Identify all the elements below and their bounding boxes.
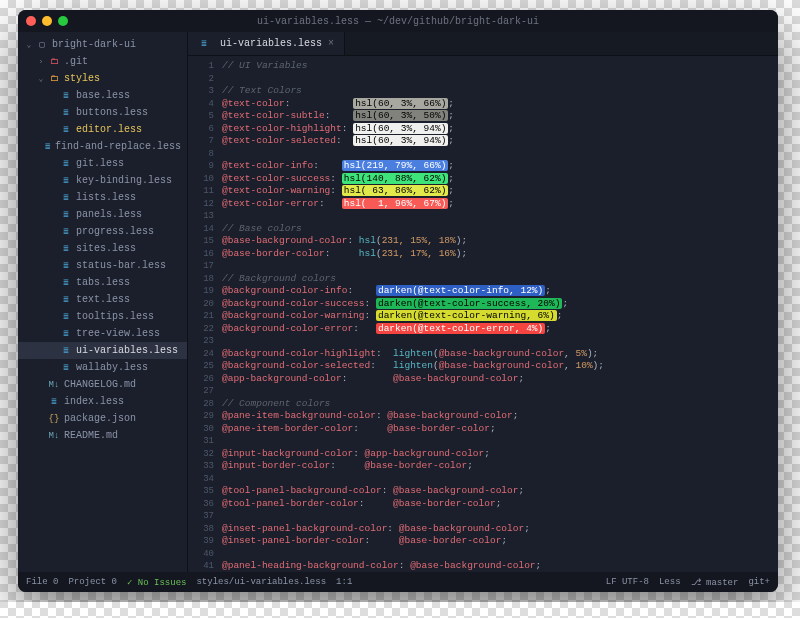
line-number[interactable]: 41 [188,560,214,572]
line-number[interactable]: 31 [188,435,214,448]
code-line[interactable]: @base-background-color: hsl(231, 15%, 18… [222,235,778,248]
code-line[interactable] [222,210,778,223]
code-line[interactable]: @pane-item-border-color: @base-border-co… [222,423,778,436]
tree-item[interactable]: ≣editor.less [18,121,187,138]
code-line[interactable] [222,435,778,448]
code-line[interactable] [222,148,778,161]
line-number[interactable]: 1 [188,60,214,73]
status-issues[interactable]: No Issues [138,578,187,588]
status-project[interactable]: Project 0 [68,577,117,587]
line-number[interactable]: 15 [188,235,214,248]
line-number[interactable]: 24 [188,348,214,361]
status-branch[interactable]: master [706,578,738,588]
line-number[interactable]: 19 [188,285,214,298]
line-number[interactable]: 22 [188,323,214,336]
tree-item[interactable]: ≣index.less [18,393,187,410]
tab-bar[interactable]: ≣ ui-variables.less × [188,32,778,56]
tree-item[interactable]: ≣tooltips.less [18,308,187,325]
code-line[interactable]: @background-color-selected: lighten(@bas… [222,360,778,373]
status-bar[interactable]: File 0 Project 0 ✓ No Issues styles/ui-v… [18,572,778,592]
code-line[interactable]: @app-background-color: @base-background-… [222,373,778,386]
code-line[interactable]: @text-color-info: hsl(219, 79%, 66%); [222,160,778,173]
code-line[interactable]: @text-color-success: hsl(140, 88%, 62%); [222,173,778,186]
line-number[interactable]: 14 [188,223,214,236]
code-line[interactable]: @background-color-warning: darken(@text-… [222,310,778,323]
code-line[interactable]: @background-color-error: darken(@text-co… [222,323,778,336]
code-line[interactable]: @text-color-error: hsl( 1, 96%, 67%); [222,198,778,211]
status-lang[interactable]: Less [659,577,681,587]
code-line[interactable]: @input-border-color: @base-border-color; [222,460,778,473]
code-line[interactable]: @base-border-color: hsl(231, 17%, 16%); [222,248,778,261]
line-number[interactable]: 16 [188,248,214,261]
code-line[interactable] [222,510,778,523]
line-number[interactable]: 10 [188,173,214,186]
line-number[interactable]: 38 [188,523,214,536]
line-number[interactable]: 39 [188,535,214,548]
tree-item[interactable]: ≣tabs.less [18,274,187,291]
code-line[interactable]: @text-color-highlight: hsl(60, 3%, 94%); [222,123,778,136]
code-line[interactable]: @text-color-warning: hsl( 63, 86%, 62%); [222,185,778,198]
line-number[interactable]: 33 [188,460,214,473]
tree-item[interactable]: ≣tree-view.less [18,325,187,342]
line-number[interactable]: 12 [188,198,214,211]
code-line[interactable]: @background-color-highlight: lighten(@ba… [222,348,778,361]
code-line[interactable]: @inset-panel-border-color: @base-border-… [222,535,778,548]
line-number[interactable]: 11 [188,185,214,198]
code-line[interactable]: @text-color-selected: hsl(60, 3%, 94%); [222,135,778,148]
code-line[interactable]: @background-color-success: darken(@text-… [222,298,778,311]
tree-item[interactable]: ≣buttons.less [18,104,187,121]
line-number[interactable]: 7 [188,135,214,148]
line-number[interactable]: 20 [188,298,214,311]
line-number[interactable]: 9 [188,160,214,173]
code-line[interactable] [222,260,778,273]
tab-ui-variables[interactable]: ≣ ui-variables.less × [188,32,345,55]
tree-item[interactable]: ≣base.less [18,87,187,104]
line-number[interactable]: 40 [188,548,214,561]
code-line[interactable]: @pane-item-background-color: @base-backg… [222,410,778,423]
line-number[interactable]: 35 [188,485,214,498]
code-line[interactable] [222,548,778,561]
line-number[interactable]: 37 [188,510,214,523]
code-line[interactable] [222,473,778,486]
code-line[interactable]: @tool-panel-background-color: @base-back… [222,485,778,498]
code-line[interactable]: // Text Colors [222,85,778,98]
line-number[interactable]: 17 [188,260,214,273]
titlebar[interactable]: ui-variables.less — ~/dev/github/bright-… [18,10,778,32]
code-lines[interactable]: // UI Variables// Text Colors@text-color… [222,56,778,572]
line-number[interactable]: 26 [188,373,214,386]
line-number[interactable]: 18 [188,273,214,286]
tree-item[interactable]: ≣text.less [18,291,187,308]
code-line[interactable]: @text-color: hsl(60, 3%, 66%); [222,98,778,111]
tree-item[interactable]: ≣sites.less [18,240,187,257]
tree-item[interactable]: M↓README.md [18,427,187,444]
code-line[interactable]: // Base colors [222,223,778,236]
tree-item[interactable]: ≣git.less [18,155,187,172]
tree-item[interactable]: M↓CHANGELOG.md [18,376,187,393]
line-number[interactable]: 32 [188,448,214,461]
line-number[interactable]: 23 [188,335,214,348]
tree-item[interactable]: ≣ui-variables.less [18,342,187,359]
line-number[interactable]: 30 [188,423,214,436]
code-line[interactable]: @tool-panel-border-color: @base-border-c… [222,498,778,511]
code-line[interactable]: // Component colors [222,398,778,411]
line-number[interactable]: 28 [188,398,214,411]
close-tab-icon[interactable]: × [328,38,334,49]
line-number[interactable]: 29 [188,410,214,423]
code-line[interactable]: // UI Variables [222,60,778,73]
code-line[interactable] [222,73,778,86]
status-encoding[interactable]: LF UTF-8 [606,577,649,587]
tree-item[interactable]: ≣progress.less [18,223,187,240]
gutter[interactable]: 1234567891011121314151617181920212223242… [188,56,222,572]
line-number[interactable]: 8 [188,148,214,161]
code-line[interactable]: @panel-heading-background-color: @base-b… [222,560,778,572]
line-number[interactable]: 4 [188,98,214,111]
tree-root[interactable]: ⌄ ▢ bright-dark-ui [18,36,187,53]
tree-item[interactable]: ≣lists.less [18,189,187,206]
code-line[interactable]: @background-color-info: darken(@text-col… [222,285,778,298]
code-line[interactable]: @input-background-color: @app-background… [222,448,778,461]
line-number[interactable]: 36 [188,498,214,511]
status-pos[interactable]: 1:1 [336,577,352,587]
code-line[interactable] [222,335,778,348]
status-git[interactable]: git+ [748,577,770,587]
line-number[interactable]: 2 [188,73,214,86]
